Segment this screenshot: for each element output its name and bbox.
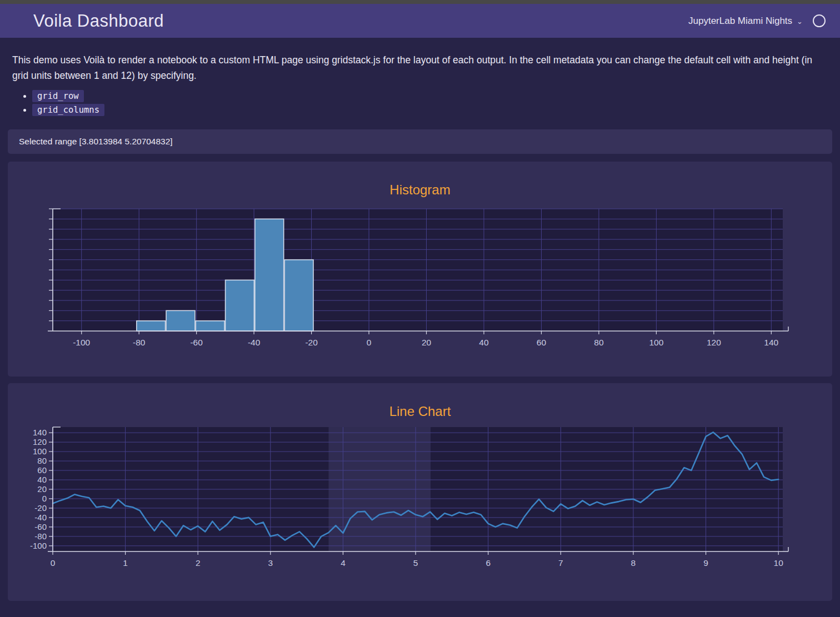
svg-text:60: 60	[537, 338, 547, 347]
svg-text:3: 3	[268, 558, 273, 568]
theme-selector-label: JupyterLab Miami Nights	[688, 16, 792, 27]
svg-text:-60: -60	[34, 522, 47, 531]
svg-text:2: 2	[196, 558, 201, 568]
svg-text:0: 0	[51, 558, 56, 568]
svg-text:4: 4	[341, 558, 346, 568]
svg-text:120: 120	[707, 338, 721, 347]
svg-text:0: 0	[42, 494, 47, 503]
svg-text:20: 20	[37, 484, 47, 494]
svg-text:-100: -100	[73, 338, 90, 347]
line-chart-figure[interactable]: -100-80-60-40-20020406080100120140012345…	[12, 423, 828, 571]
svg-text:10: 10	[774, 558, 784, 568]
svg-text:-80: -80	[133, 338, 146, 347]
svg-text:-20: -20	[305, 338, 318, 347]
svg-text:60: 60	[37, 465, 47, 475]
svg-text:140: 140	[33, 428, 47, 437]
histogram-figure[interactable]: -100-80-60-40-20020406080100120140	[12, 201, 828, 352]
svg-text:8: 8	[631, 558, 636, 568]
svg-text:-100: -100	[30, 541, 47, 550]
svg-text:100: 100	[649, 338, 663, 347]
selected-range-output: Selected range [3.8013984 5.20704832]	[8, 129, 832, 154]
svg-text:40: 40	[37, 475, 47, 484]
main-content: This demo uses Voilà to render a noteboo…	[0, 52, 840, 115]
header-right-cluster: JupyterLab Miami Nights ⌄	[688, 14, 826, 27]
svg-text:5: 5	[413, 558, 418, 568]
page-title: Voila Dashboard	[33, 11, 164, 31]
list-item: grid_row	[32, 91, 828, 101]
svg-text:7: 7	[558, 558, 563, 568]
list-item: grid_columns	[32, 105, 828, 115]
code-grid-row: grid_row	[32, 90, 84, 102]
svg-text:80: 80	[37, 456, 47, 465]
line-chart-panel: Line Chart -100-80-60-40-200204060801001…	[8, 383, 832, 601]
svg-text:-60: -60	[190, 338, 203, 347]
code-grid-columns: grid_columns	[32, 104, 104, 116]
svg-text:-20: -20	[34, 503, 47, 513]
svg-text:80: 80	[594, 338, 604, 347]
svg-text:100: 100	[33, 447, 47, 456]
svg-text:0: 0	[367, 338, 372, 347]
kernel-status-icon	[813, 14, 826, 27]
theme-selector[interactable]: JupyterLab Miami Nights ⌄	[688, 16, 803, 27]
svg-text:20: 20	[422, 338, 432, 347]
intro-text: This demo uses Voilà to render a noteboo…	[12, 52, 828, 83]
app-header: Voila Dashboard JupyterLab Miami Nights …	[0, 4, 840, 38]
svg-text:1: 1	[123, 558, 128, 568]
svg-text:-80: -80	[34, 531, 47, 541]
svg-text:-40: -40	[248, 338, 261, 347]
svg-text:120: 120	[33, 437, 47, 447]
svg-text:-40: -40	[34, 513, 47, 522]
chevron-down-icon: ⌄	[797, 17, 803, 26]
svg-text:6: 6	[486, 558, 491, 568]
histogram-title: Histogram	[8, 182, 832, 198]
metadata-keys-list: grid_row grid_columns	[22, 91, 828, 115]
window-top-strip	[0, 0, 840, 4]
line-chart-title: Line Chart	[8, 404, 832, 419]
svg-text:9: 9	[703, 558, 708, 568]
histogram-panel: Histogram -100-80-60-40-2002040608010012…	[8, 162, 832, 377]
svg-text:140: 140	[764, 338, 778, 347]
svg-text:40: 40	[479, 338, 489, 347]
